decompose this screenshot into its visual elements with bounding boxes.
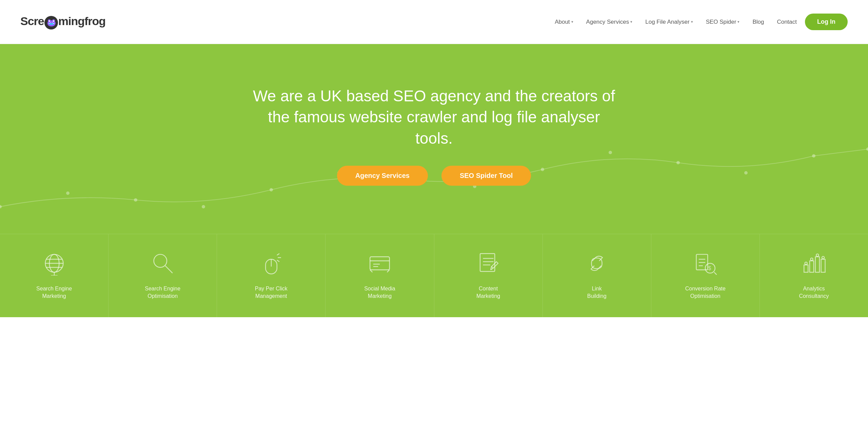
nav-blog[interactable]: Blog <box>748 16 769 28</box>
svg-rect-48 <box>810 261 814 272</box>
svg-rect-47 <box>804 265 808 272</box>
svg-point-54 <box>822 257 824 259</box>
logo[interactable]: Scremingfrog <box>20 15 105 29</box>
svg-point-53 <box>816 254 819 256</box>
svg-line-27 <box>277 260 279 262</box>
svg-point-52 <box>811 258 813 260</box>
svg-line-22 <box>165 266 173 273</box>
service-analytics-consultancy[interactable]: AnalyticsConsultancy <box>760 234 868 317</box>
svg-point-9 <box>609 151 612 154</box>
svg-rect-28 <box>370 257 390 270</box>
service-search-engine-optimisation[interactable]: Search EngineOptimisation <box>108 234 217 317</box>
social-icon <box>368 251 392 276</box>
svg-line-45 <box>714 272 717 274</box>
svg-point-4 <box>270 188 273 191</box>
svg-point-8 <box>541 168 544 171</box>
svg-text:$: $ <box>708 265 711 271</box>
svg-point-10 <box>676 161 680 164</box>
chevron-down-icon: ▾ <box>630 20 632 24</box>
svg-point-51 <box>805 262 807 264</box>
svg-point-11 <box>744 171 748 175</box>
chart-icon <box>802 251 826 276</box>
mouse-icon <box>259 251 283 276</box>
service-label: Conversion RateOptimisation <box>685 285 726 300</box>
service-label: Search EngineMarketing <box>36 285 72 300</box>
nav-agency-services[interactable]: Agency Services ▾ <box>581 16 637 28</box>
service-label: ContentMarketing <box>476 285 500 300</box>
service-label: LinkBuilding <box>587 285 607 300</box>
globe-icon <box>42 251 66 276</box>
nav-about[interactable]: About ▾ <box>550 16 578 28</box>
service-conversion-rate[interactable]: $ Conversion RateOptimisation <box>651 234 760 317</box>
svg-rect-50 <box>821 259 825 272</box>
nav-links: About ▾ Agency Services ▾ Log File Analy… <box>550 14 848 30</box>
frog-icon <box>44 16 58 29</box>
service-link-building[interactable]: LinkBuilding <box>543 234 651 317</box>
service-label: Pay Per ClickManagement <box>255 285 288 300</box>
link-icon <box>585 251 609 276</box>
chevron-down-icon: ▾ <box>737 20 739 24</box>
service-social-media-marketing[interactable]: Social MediaMarketing <box>326 234 434 317</box>
svg-point-12 <box>812 154 815 158</box>
nav-seo-spider[interactable]: SEO Spider ▾ <box>701 16 745 28</box>
nav-log-file-analyser[interactable]: Log File Analyser ▾ <box>640 16 697 28</box>
services-grid: Search EngineMarketing Search EngineOpti… <box>0 234 868 317</box>
navbar: Scremingfrog About ▾ Agency Services ▾ L… <box>0 0 868 44</box>
chevron-down-icon: ▾ <box>571 20 573 24</box>
login-button[interactable]: Log In <box>805 14 848 30</box>
service-label: AnalyticsConsultancy <box>799 285 829 300</box>
svg-point-2 <box>134 198 137 202</box>
service-label: Social MediaMarketing <box>364 285 395 300</box>
hero-title: We are a UK based SEO agency and the cre… <box>248 85 620 148</box>
svg-point-3 <box>202 205 205 208</box>
search-icon <box>151 251 175 276</box>
hero-section: We are a UK based SEO agency and the cre… <box>0 44 868 234</box>
chevron-down-icon: ▾ <box>691 20 693 24</box>
nav-contact[interactable]: Contact <box>772 16 802 28</box>
svg-point-1 <box>66 191 70 195</box>
svg-line-25 <box>277 253 279 255</box>
content-icon <box>476 251 500 276</box>
seo-spider-button[interactable]: SEO Spider Tool <box>441 166 531 186</box>
service-pay-per-click[interactable]: Pay Per ClickManagement <box>217 234 326 317</box>
report-icon: $ <box>693 251 717 276</box>
service-search-engine-marketing[interactable]: Search EngineMarketing <box>0 234 108 317</box>
service-label: Search EngineOptimisation <box>145 285 180 300</box>
svg-point-21 <box>154 254 166 267</box>
hero-buttons: Agency Services SEO Spider Tool <box>337 166 531 186</box>
svg-rect-49 <box>815 257 820 272</box>
agency-services-button[interactable]: Agency Services <box>337 166 428 186</box>
svg-point-0 <box>0 205 2 208</box>
svg-point-13 <box>866 147 868 151</box>
service-content-marketing[interactable]: ContentMarketing <box>434 234 543 317</box>
